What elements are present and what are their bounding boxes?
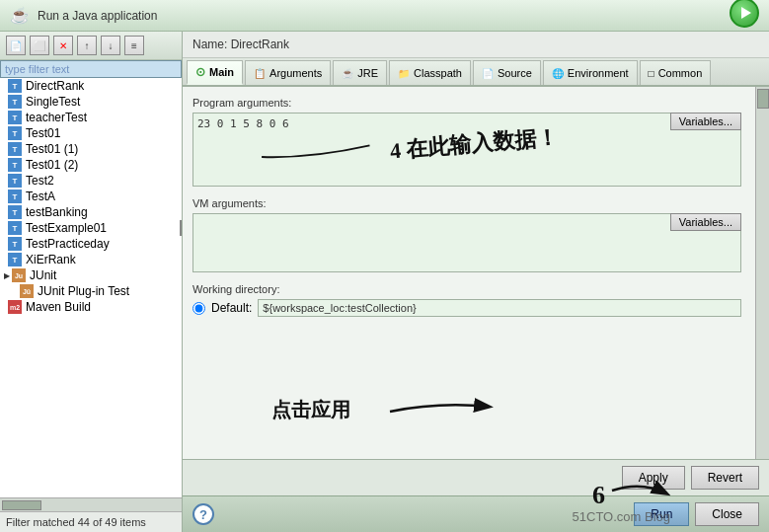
working-dir-label: Working directory: [192, 283, 741, 295]
tabs-bar: ⊙ Main 📋 Arguments ☕ JRE 📁 Classpath 📄 S… [183, 58, 769, 87]
item-icon: T [8, 142, 22, 156]
item-icon: T [8, 205, 22, 219]
name-label: Name: [192, 38, 227, 51]
list-item[interactable]: T TestExample01 [0, 220, 182, 236]
sort-button[interactable]: ≡ [124, 36, 144, 55]
content-panel: Name: DirectRank ⊙ Main 📋 Arguments ☕ JR… [183, 32, 769, 532]
apply-button[interactable]: Apply [622, 466, 685, 490]
source-tab-icon: 📄 [482, 68, 494, 79]
item-icon: T [8, 253, 22, 266]
delete-button[interactable]: ✕ [53, 36, 73, 55]
item-icon: T [8, 174, 22, 188]
item-label: TestExample01 [26, 221, 107, 235]
item-icon: T [8, 111, 22, 124]
item-icon: T [8, 221, 22, 235]
list-item[interactable]: T Test01 (2) [0, 157, 182, 173]
list-item[interactable]: T TestA [0, 189, 182, 204]
item-label: Test01 (2) [26, 158, 78, 172]
run-button-top[interactable] [730, 0, 759, 28]
main-tab-icon: ⊙ [195, 65, 205, 79]
revert-button[interactable]: Revert [691, 466, 759, 490]
list-item[interactable]: T DirectRank [0, 78, 182, 94]
item-icon: T [8, 95, 22, 109]
vm-args-wrapper: Variables... [192, 213, 741, 275]
list-item[interactable]: T SingleTest [0, 94, 182, 110]
item-icon-directrank: T [8, 79, 22, 93]
item-label: JUnit Plug-in Test [38, 284, 129, 298]
environment-tab-icon: 🌐 [552, 68, 564, 79]
filter-input[interactable] [0, 60, 182, 78]
import-button[interactable]: ↓ [101, 36, 120, 55]
item-label: Test2 [26, 174, 54, 188]
run-close-buttons: Run Close [634, 502, 759, 526]
default-radio-row: Default: [192, 299, 741, 317]
new-button[interactable]: 📄 [6, 36, 26, 55]
tab-classpath[interactable]: 📁 Classpath [389, 60, 471, 85]
tab-common[interactable]: □ Common [640, 60, 712, 85]
list-item[interactable]: T teacherTest [0, 110, 182, 125]
export-button[interactable]: ↑ [77, 36, 97, 55]
list-item[interactable]: T Test01 (1) [0, 141, 182, 157]
junit-group[interactable]: ▶ Ju JUnit [0, 267, 182, 283]
tab-environment[interactable]: 🌐 Environment [543, 60, 638, 85]
item-label: testBanking [26, 205, 88, 219]
vm-args-input[interactable] [192, 213, 741, 272]
svg-text:点击应用: 点击应用 [271, 399, 350, 420]
arguments-tab-icon: 📋 [254, 68, 266, 79]
item-label: TestPracticeday [26, 237, 110, 251]
list-item[interactable]: Jü JUnit Plug-in Test [0, 283, 182, 299]
list-item[interactable]: m2 Maven Build [0, 299, 182, 315]
item-label: Test01 [26, 126, 60, 140]
program-args-wrapper: 23 0 1 5 8 0 6 Variables... [192, 113, 741, 190]
sidebar-toolbar: 📄 ⬜ ✕ ↑ ↓ ≡ [0, 32, 182, 60]
help-button[interactable]: ? [192, 503, 214, 525]
duplicate-button[interactable]: ⬜ [30, 36, 49, 55]
default-radio[interactable] [192, 302, 205, 315]
item-label: XiErRank [26, 253, 76, 266]
working-dir-section: Working directory: Default: [192, 283, 741, 317]
run-bar: ? Run Close [183, 495, 769, 532]
content-area: Program arguments: 23 0 1 5 8 0 6 Variab… [183, 87, 769, 459]
program-args-variables-button[interactable]: Variables... [670, 113, 741, 130]
list-item[interactable]: T testBanking [0, 204, 182, 220]
junit-icon: Ju [12, 268, 26, 282]
item-icon: T [8, 158, 22, 172]
item-label: DirectRank [26, 79, 84, 93]
tab-jre[interactable]: ☕ JRE [333, 60, 387, 85]
program-args-input[interactable]: 23 0 1 5 8 0 6 [192, 113, 741, 187]
expand-icon: ▶ [4, 271, 10, 280]
title-bar: ☕ Run a Java application [0, 0, 769, 32]
item-label: TestA [26, 190, 55, 203]
default-dir-input[interactable] [258, 299, 741, 317]
item-icon: T [8, 237, 22, 251]
vm-args-variables-button[interactable]: Variables... [670, 213, 741, 231]
item-label: SingleTest [26, 95, 80, 109]
list-item[interactable]: T TestPracticeday [0, 236, 182, 252]
sidebar-status: Filter matched 44 of 49 items [0, 511, 182, 532]
item-icon: m2 [8, 300, 22, 314]
list-item[interactable]: T XiErRank [0, 252, 182, 267]
common-tab-icon: □ [649, 68, 654, 79]
run-button[interactable]: Run [634, 502, 689, 526]
list-item[interactable]: T Test01 [0, 125, 182, 141]
tab-main[interactable]: ⊙ Main [187, 60, 243, 85]
item-icon: T [8, 190, 22, 203]
item-icon: Jü [20, 284, 34, 298]
item-label: Test01 (1) [26, 142, 78, 156]
sidebar: 📄 ⬜ ✕ ↑ ↓ ≡ T DirectRank T SingleTest T … [0, 32, 183, 532]
program-args-label: Program arguments: [192, 97, 741, 109]
name-value: DirectRank [231, 38, 289, 51]
group-label: JUnit [30, 268, 56, 282]
vm-args-label: VM arguments: [192, 197, 741, 209]
default-radio-label: Default: [211, 301, 252, 315]
tree-container: T DirectRank T SingleTest T teacherTest … [0, 78, 182, 497]
close-button[interactable]: Close [695, 502, 759, 526]
title-icon: ☕ [10, 6, 30, 25]
classpath-tab-icon: 📁 [398, 68, 410, 79]
tab-source[interactable]: 📄 Source [473, 60, 541, 85]
apply-revert-bar: Apply Revert [183, 459, 769, 495]
item-label: Maven Build [26, 300, 91, 314]
item-icon: T [8, 126, 22, 140]
list-item[interactable]: T Test2 [0, 173, 182, 189]
tab-arguments[interactable]: 📋 Arguments [245, 60, 331, 85]
